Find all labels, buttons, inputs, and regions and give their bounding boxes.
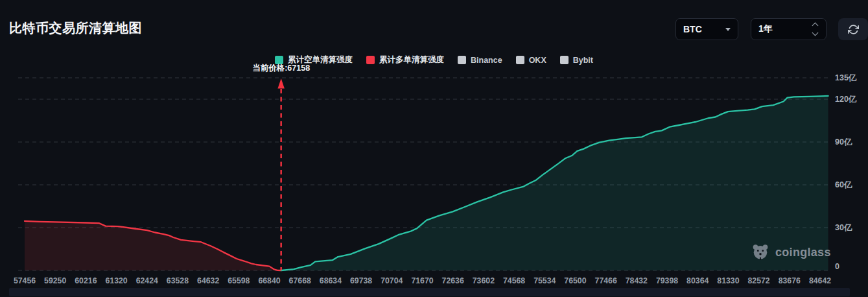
x-axis-label: 59250 — [44, 276, 66, 285]
y-axis-label: 90亿 — [835, 137, 852, 148]
x-axis-label: 57456 — [14, 276, 36, 285]
y-axis-label: 120亿 — [835, 94, 856, 105]
x-axis-label: 80364 — [686, 276, 709, 285]
x-axis-label: 61320 — [105, 276, 127, 285]
current-price-label: 当前价格:67158 — [252, 63, 310, 74]
liquidation-map-page: 比特币交易所清算地图 BTC 1年 累计空单清算强度累计多单清算强度Binanc… — [0, 0, 868, 297]
x-axis-label: 65598 — [228, 276, 250, 285]
x-axis-label: 79398 — [656, 276, 678, 285]
x-axis-label: 82572 — [748, 276, 770, 285]
x-axis-label: 68634 — [320, 276, 342, 285]
bear-logo-icon — [751, 243, 770, 262]
y-axis-label: 135亿 — [835, 73, 856, 84]
x-axis-label: 60216 — [75, 276, 97, 285]
x-axis-label: 71670 — [411, 276, 433, 285]
watermark-text: coinglass — [775, 246, 831, 259]
y-axis-label: 60亿 — [835, 180, 852, 191]
x-axis-label: 72636 — [442, 276, 464, 285]
x-axis-label: 62424 — [136, 276, 158, 285]
y-axis-label: 30亿 — [835, 222, 852, 233]
x-axis-label: 66840 — [258, 276, 280, 285]
x-axis-label: 83676 — [779, 276, 801, 285]
x-axis-label: 69738 — [350, 276, 372, 285]
horizontal-scrollbar[interactable] — [9, 288, 850, 296]
x-axis-label: 64632 — [197, 276, 219, 285]
x-axis-label: 73602 — [473, 276, 495, 285]
x-axis-label: 78432 — [626, 276, 648, 285]
x-axis-label: 63528 — [167, 276, 189, 285]
x-axis-label: 70704 — [381, 276, 403, 285]
y-axis-label: 0 — [835, 262, 839, 271]
x-axis-label: 75534 — [534, 276, 556, 285]
x-axis-label: 76500 — [564, 276, 586, 285]
x-axis-label: 84642 — [809, 276, 831, 285]
x-axis-label: 77466 — [595, 276, 617, 285]
chart-canvas[interactable] — [0, 0, 868, 297]
x-axis-label: 67668 — [289, 276, 311, 285]
coinglass-watermark: coinglass — [751, 243, 831, 262]
x-axis-label: 81330 — [717, 276, 739, 285]
x-axis-label: 74568 — [503, 276, 525, 285]
